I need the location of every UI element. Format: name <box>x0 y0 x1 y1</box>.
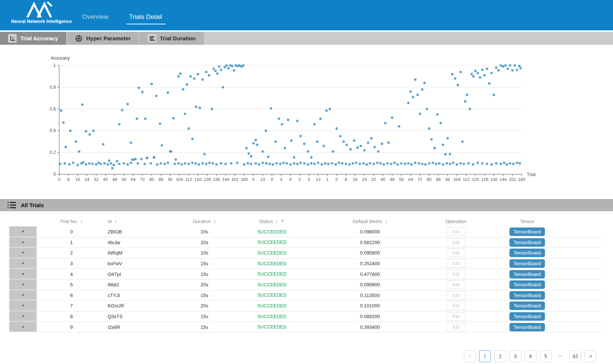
scatter-point[interactable] <box>377 150 380 153</box>
scatter-point[interactable] <box>414 78 417 81</box>
kill-button[interactable]: Kill <box>447 312 466 321</box>
scatter-point[interactable] <box>319 118 322 120</box>
scatter-point[interactable] <box>439 122 442 124</box>
scatter-point[interactable] <box>384 122 387 124</box>
scatter-point[interactable] <box>92 129 95 132</box>
scatter-point[interactable] <box>281 123 283 125</box>
scatter-point[interactable] <box>129 141 132 144</box>
scatter-point[interactable] <box>59 163 61 165</box>
scatter-point[interactable] <box>397 163 399 166</box>
scatter-point[interactable] <box>469 108 471 110</box>
scatter-point[interactable] <box>393 162 396 164</box>
scatter-point[interactable] <box>265 162 268 165</box>
scatter-point[interactable] <box>471 73 473 75</box>
scatter-point[interactable] <box>68 163 71 166</box>
scatter-point[interactable] <box>243 163 246 166</box>
kill-button[interactable]: Kill <box>447 249 466 257</box>
scatter-point[interactable] <box>390 163 393 165</box>
kill-button[interactable]: Kill <box>447 270 466 279</box>
scatter-point[interactable] <box>449 163 451 165</box>
scatter-point[interactable] <box>144 118 146 120</box>
scatter-point[interactable] <box>462 163 465 165</box>
scatter-point[interactable] <box>95 163 98 166</box>
scatter-point[interactable] <box>461 140 464 143</box>
scatter-point[interactable] <box>138 87 140 89</box>
scatter-point[interactable] <box>444 153 447 156</box>
scatter-point[interactable] <box>231 65 233 67</box>
scatter-point[interactable] <box>495 67 498 69</box>
scatter-point[interactable] <box>366 163 368 166</box>
tensorboard-button[interactable]: TensorBoard <box>509 259 545 268</box>
scatter-point[interactable] <box>459 71 462 73</box>
scatter-point[interactable] <box>69 129 72 132</box>
scatter-point[interactable] <box>445 162 448 165</box>
scatter-point[interactable] <box>339 135 342 138</box>
scatter-point[interactable] <box>459 162 462 165</box>
scatter-point[interactable] <box>255 139 257 141</box>
scatter-point[interactable] <box>476 162 479 164</box>
scatter-point[interactable] <box>286 162 288 165</box>
scatter-point[interactable] <box>78 150 80 153</box>
scatter-point[interactable] <box>296 163 299 165</box>
scatter-point[interactable] <box>490 72 493 74</box>
scatter-point[interactable] <box>356 146 359 149</box>
sort-arrows[interactable]: ▲▼ <box>213 219 216 224</box>
scatter-point[interactable] <box>425 108 428 110</box>
scatter-point[interactable] <box>518 65 521 67</box>
scatter-point[interactable] <box>486 163 488 165</box>
scatter-point[interactable] <box>516 162 518 164</box>
scatter-point[interactable] <box>332 150 334 153</box>
scatter-point[interactable] <box>194 162 197 165</box>
scatter-point[interactable] <box>191 138 194 140</box>
scatter-point[interactable] <box>127 103 129 105</box>
scatter-point[interactable] <box>418 162 420 165</box>
scatter-point[interactable] <box>324 162 326 165</box>
scatter-point[interactable] <box>82 161 85 164</box>
tensorboard-button[interactable]: TensorBoard <box>509 280 545 289</box>
scatter-point[interactable] <box>313 123 316 125</box>
scatter-point[interactable] <box>410 163 413 166</box>
scatter-point[interactable] <box>416 94 419 96</box>
scatter-point[interactable] <box>222 86 224 88</box>
scatter-point[interactable] <box>321 163 323 166</box>
scatter-point[interactable] <box>479 76 481 79</box>
scatter-point[interactable] <box>488 82 491 85</box>
scatter-point[interactable] <box>275 162 278 165</box>
scatter-point[interactable] <box>452 162 455 164</box>
scatter-point[interactable] <box>169 150 172 153</box>
scatter-point[interactable] <box>457 84 459 87</box>
scatter-point[interactable] <box>360 145 362 147</box>
scatter-point[interactable] <box>419 112 421 115</box>
scatter-point[interactable] <box>325 109 328 112</box>
scatter-point[interactable] <box>258 163 260 166</box>
pagination-next-button[interactable]: > <box>585 350 596 362</box>
scatter-point[interactable] <box>250 163 252 165</box>
scatter-point[interactable] <box>327 163 330 165</box>
kill-button[interactable]: Kill <box>447 238 466 247</box>
scatter-point[interactable] <box>75 140 77 143</box>
scatter-point[interactable] <box>272 163 274 166</box>
scatter-point[interactable] <box>503 162 505 164</box>
scatter-point[interactable] <box>414 162 417 164</box>
scatter-point[interactable] <box>434 147 436 149</box>
scatter-point[interactable] <box>193 77 196 80</box>
scatter-point[interactable] <box>144 163 146 165</box>
scatter-point[interactable] <box>177 162 180 165</box>
nav-tab-trials-detail[interactable]: Trials Detail <box>129 13 162 21</box>
scatter-point[interactable] <box>407 162 410 165</box>
scatter-point[interactable] <box>502 65 505 68</box>
scatter-point[interactable] <box>338 162 340 164</box>
scatter-point[interactable] <box>177 75 180 78</box>
scatter-point[interactable] <box>215 163 218 166</box>
scatter-point[interactable] <box>404 163 407 165</box>
scatter-point[interactable] <box>214 70 217 72</box>
scatter-point[interactable] <box>64 162 66 165</box>
scatter-point[interactable] <box>159 122 161 125</box>
scatter-point[interactable] <box>212 67 215 70</box>
tensorboard-button[interactable]: TensorBoard <box>509 249 545 257</box>
pagination-page-3[interactable]: 3 <box>509 350 521 362</box>
scatter-point[interactable] <box>317 162 320 164</box>
kill-button[interactable]: Kill <box>447 259 466 268</box>
expand-row-button[interactable]: + <box>9 321 37 333</box>
scatter-point[interactable] <box>363 149 366 152</box>
